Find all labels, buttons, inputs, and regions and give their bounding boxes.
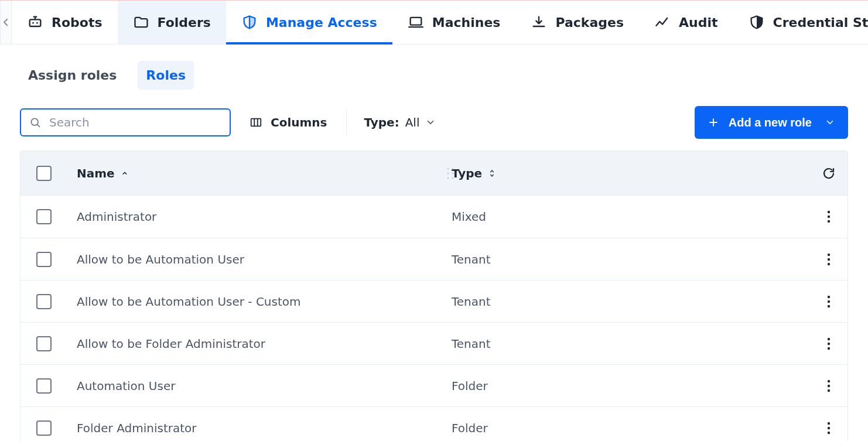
table-row[interactable]: Allow to be Folder Administrator Tenant (20, 322, 848, 364)
row-name: Allow to be Automation User (67, 252, 442, 266)
chevron-down-icon (825, 117, 835, 128)
tab-machines[interactable]: Machines (392, 1, 516, 44)
svg-point-7 (447, 172, 449, 174)
search-field[interactable] (20, 108, 231, 136)
tab-folders[interactable]: Folders (118, 1, 226, 44)
row-more-button[interactable] (821, 208, 837, 225)
row-more-button[interactable] (821, 378, 837, 394)
svg-point-16 (828, 258, 830, 260)
table-row[interactable]: Folder Administrator Folder (20, 406, 848, 441)
chart-icon (654, 14, 671, 30)
row-actions (810, 293, 848, 310)
row-type: Folder (442, 379, 810, 393)
more-vertical-icon (826, 295, 831, 309)
table-row[interactable]: Automation User Folder (20, 364, 848, 406)
tab-robots[interactable]: Robots (12, 1, 118, 44)
chevron-left-icon (1, 17, 11, 28)
svg-point-23 (828, 347, 830, 349)
tab-manage-access[interactable]: Manage Access (226, 1, 392, 44)
row-checkbox[interactable] (36, 252, 52, 267)
subtabs: Assign roles Roles (20, 61, 848, 90)
toolbar: Columns Type: All Add a new role (20, 106, 848, 139)
select-all-cell (20, 166, 67, 181)
table-header: Name Type (20, 151, 848, 196)
subtab-roles[interactable]: Roles (138, 61, 194, 90)
type-filter[interactable]: Type: All (364, 115, 436, 129)
header-type[interactable]: Type (442, 166, 810, 180)
row-name: Allow to be Automation User - Custom (67, 295, 442, 309)
row-checkbox[interactable] (36, 336, 52, 351)
svg-point-13 (828, 216, 830, 218)
svg-point-19 (828, 300, 830, 302)
svg-point-9 (452, 167, 453, 169)
svg-point-25 (828, 384, 830, 387)
row-type: Tenant (442, 295, 810, 309)
tab-credential-stores[interactable]: Credential Stores (733, 1, 868, 44)
row-name: Folder Administrator (67, 421, 442, 435)
row-actions (810, 208, 848, 225)
table-row[interactable]: Allow to be Automation User Tenant (20, 238, 848, 280)
row-more-button[interactable] (821, 293, 837, 310)
content: Assign roles Roles Columns Type: All (0, 45, 868, 441)
more-vertical-icon (826, 252, 831, 266)
header-name-label: Name (77, 166, 115, 180)
tab-packages[interactable]: Packages (515, 1, 639, 44)
subtab-assign-roles[interactable]: Assign roles (20, 61, 125, 90)
separator (346, 110, 347, 135)
refresh-icon (822, 166, 836, 180)
columns-label: Columns (271, 115, 327, 129)
row-check-cell (20, 252, 67, 267)
folder-icon (133, 14, 149, 30)
columns-button[interactable]: Columns (248, 110, 329, 135)
svg-point-21 (828, 337, 830, 340)
columns-icon (250, 116, 262, 129)
header-type-label: Type (452, 166, 482, 180)
sort-both-icon (488, 168, 496, 179)
row-name: Allow to be Folder Administrator (67, 337, 442, 351)
row-checkbox[interactable] (36, 294, 52, 309)
tab-label: Folders (158, 15, 211, 30)
svg-point-14 (828, 220, 830, 223)
svg-point-4 (31, 118, 38, 125)
more-vertical-icon (826, 337, 831, 351)
row-actions (810, 251, 848, 268)
row-more-button[interactable] (821, 251, 837, 268)
svg-point-28 (828, 426, 830, 429)
tab-label: Robots (52, 15, 102, 30)
table-row[interactable]: Administrator Mixed (20, 196, 848, 238)
shield-solid-icon (749, 14, 765, 30)
add-role-button[interactable]: Add a new role (695, 106, 848, 139)
row-check-cell (20, 294, 67, 309)
row-type: Tenant (442, 337, 810, 351)
shield-icon (241, 14, 258, 30)
tab-label: Manage Access (266, 15, 377, 30)
scroll-left-button[interactable] (0, 1, 12, 44)
svg-point-8 (447, 177, 449, 179)
row-check-cell (20, 336, 67, 351)
row-more-button[interactable] (821, 336, 837, 352)
header-name[interactable]: Name (67, 166, 442, 180)
row-type: Tenant (442, 252, 810, 266)
row-checkbox[interactable] (36, 209, 52, 224)
laptop-icon (408, 14, 424, 30)
table-row[interactable]: Allow to be Automation User - Custom Ten… (20, 280, 848, 322)
reload-button[interactable] (810, 166, 848, 180)
table-body: Administrator Mixed Allow to be Automati… (20, 196, 848, 441)
row-check-cell (20, 378, 67, 394)
row-actions (810, 420, 848, 436)
search-icon (29, 117, 41, 128)
more-vertical-icon (826, 379, 831, 393)
tab-label: Packages (555, 15, 624, 30)
type-filter-label: Type: (364, 115, 399, 129)
row-checkbox[interactable] (36, 421, 52, 436)
svg-point-26 (828, 389, 830, 391)
row-checkbox[interactable] (36, 378, 52, 394)
tab-label: Audit (679, 15, 718, 30)
svg-point-27 (828, 422, 830, 424)
select-all-checkbox[interactable] (36, 166, 52, 181)
svg-rect-0 (30, 19, 41, 26)
column-resize-handle[interactable] (446, 165, 455, 182)
search-input[interactable] (48, 115, 221, 130)
row-more-button[interactable] (821, 420, 837, 436)
tab-audit[interactable]: Audit (639, 1, 733, 44)
